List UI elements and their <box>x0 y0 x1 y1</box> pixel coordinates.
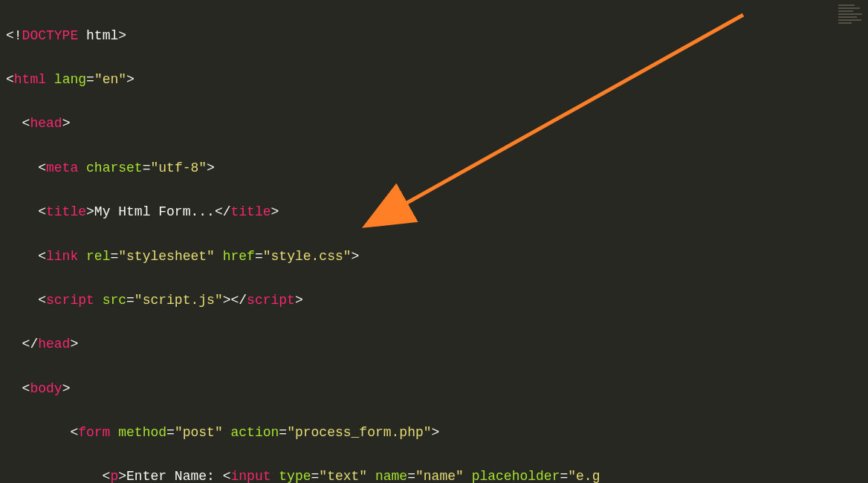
code-line[interactable]: <link rel="stylesheet" href="style.css"> <box>6 246 862 268</box>
code-line[interactable]: <!DOCTYPE html> <box>6 25 862 48</box>
code-line[interactable]: <p>Enter Name: <input type="text" name="… <box>6 466 862 483</box>
code-line[interactable]: <script src="script.js"></script> <box>6 290 862 312</box>
code-line[interactable]: </head> <box>6 334 862 356</box>
code-editor[interactable]: <!DOCTYPE html> <html lang="en"> <head> … <box>6 3 862 483</box>
code-line[interactable]: <form method="post" action="process_form… <box>6 422 862 444</box>
code-line[interactable]: <meta charset="utf-8"> <box>6 158 862 180</box>
code-line[interactable]: <title>My Html Form...</title> <box>6 201 862 224</box>
code-line[interactable]: <body> <box>6 378 862 401</box>
code-line[interactable]: <html lang="en"> <box>6 69 862 91</box>
code-line[interactable]: <head> <box>6 113 862 135</box>
minimap[interactable] <box>838 4 865 27</box>
